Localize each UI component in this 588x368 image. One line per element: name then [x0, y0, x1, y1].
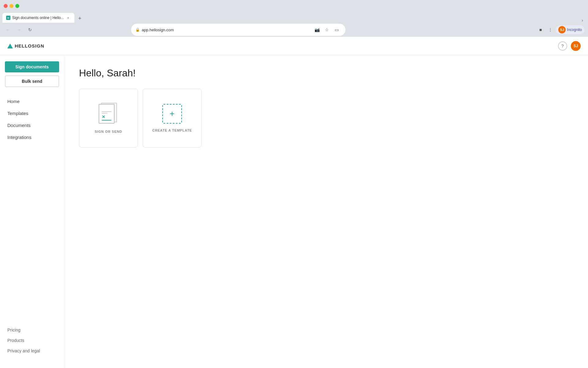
cards-row: ✕ SIGN OR SEND + CREATE A TEMPLATE [79, 89, 573, 148]
hellosign-logo[interactable]: HELLOSIGN [7, 43, 44, 48]
tab-title: Sign documents online | Hello... [12, 16, 64, 20]
help-icon[interactable]: ? [558, 41, 567, 51]
sidebar-footer: Pricing Products Privacy and legal [5, 325, 59, 362]
footer-item-privacy[interactable]: Privacy and legal [5, 346, 59, 356]
tab-bar: H Sign documents online | Hello... × + › [0, 12, 588, 23]
doc-signature-line [102, 120, 111, 121]
bulk-send-btn[interactable]: Bulk send [5, 75, 59, 87]
sidebar-nav: Home Templates Documents Integrations [5, 96, 59, 143]
maximize-window-btn[interactable] [15, 4, 19, 8]
create-template-card[interactable]: + CREATE A TEMPLATE [143, 89, 202, 148]
doc-line-2 [102, 113, 107, 113]
tab-bar-chevron-icon: › [582, 18, 583, 23]
sidebar-item-integrations[interactable]: Integrations [5, 132, 59, 143]
lock-icon: 🔒 [135, 28, 140, 32]
doc-page-front: ✕ [99, 104, 115, 124]
minimize-window-btn[interactable] [9, 4, 13, 8]
sign-or-send-label: SIGN OR SEND [95, 130, 122, 133]
tab-search-icon[interactable]: ▭ [333, 25, 341, 34]
doc-x-mark: ✕ [102, 114, 111, 119]
footer-item-pricing[interactable]: Pricing [5, 325, 59, 335]
header-right: ? SJ [558, 41, 581, 51]
back-btn[interactable]: ← [4, 25, 12, 34]
browser-titlebar [0, 0, 588, 12]
page-greeting: Hello, Sarah! [79, 67, 573, 79]
close-window-btn[interactable] [4, 4, 8, 8]
sidebar-item-home[interactable]: Home [5, 96, 59, 107]
incognito-label: Incognito [567, 28, 582, 32]
sidebar-top: Sign documents Bulk send Home Templates … [5, 61, 59, 143]
footer-item-products[interactable]: Products [5, 335, 59, 345]
logo-text: HELLOSIGN [15, 43, 44, 48]
create-template-icon: + [162, 104, 182, 124]
sign-or-send-card[interactable]: ✕ SIGN OR SEND [79, 89, 138, 148]
forward-icon: → [17, 27, 21, 32]
new-tab-btn[interactable]: + [76, 14, 84, 23]
more-options-icon[interactable]: ⋮ [546, 25, 555, 34]
doc-line-1 [102, 111, 111, 112]
active-tab[interactable]: H Sign documents online | Hello... × [2, 13, 74, 23]
tab-close-btn[interactable]: × [66, 15, 71, 20]
sign-documents-btn[interactable]: Sign documents [5, 61, 59, 72]
extensions-icon[interactable]: ■ [536, 25, 545, 34]
sidebar-item-templates[interactable]: Templates [5, 108, 59, 119]
sign-or-send-icon: ✕ [99, 103, 118, 125]
traffic-lights [4, 4, 19, 8]
tab-favicon: H [6, 16, 10, 20]
incognito-badge: SJ Incognito [556, 25, 584, 34]
url-text: app.hellosign.com [142, 28, 174, 32]
browser-chrome: H Sign documents online | Hello... × + ›… [0, 0, 588, 37]
main-layout: Sign documents Bulk send Home Templates … [0, 55, 588, 368]
sidebar: Sign documents Bulk send Home Templates … [0, 55, 64, 368]
app-header: HELLOSIGN ? SJ [0, 37, 588, 55]
no-camera-icon: 📷̸ [313, 25, 322, 34]
back-icon: ← [6, 27, 10, 32]
user-avatar[interactable]: SJ [571, 41, 581, 51]
app-container: HELLOSIGN ? SJ Sign documents Bulk send … [0, 37, 588, 368]
incognito-avatar: SJ [558, 26, 566, 33]
address-bar: ← → ↻ 🔒 app.hellosign.com 📷̸ ☆ ▭ ■ ⋮ SJ … [0, 23, 588, 37]
address-input-container[interactable]: 🔒 app.hellosign.com 📷̸ ☆ ▭ [131, 24, 345, 36]
create-template-label: CREATE A TEMPLATE [152, 128, 192, 132]
reload-icon: ↻ [28, 27, 32, 32]
sidebar-item-documents[interactable]: Documents [5, 120, 59, 131]
logo-triangle-icon [7, 44, 13, 48]
main-content: Hello, Sarah! ✕ SIGN OR SEND [64, 55, 588, 368]
reload-btn[interactable]: ↻ [26, 25, 34, 34]
star-icon[interactable]: ☆ [323, 25, 331, 34]
forward-btn[interactable]: → [15, 25, 23, 34]
